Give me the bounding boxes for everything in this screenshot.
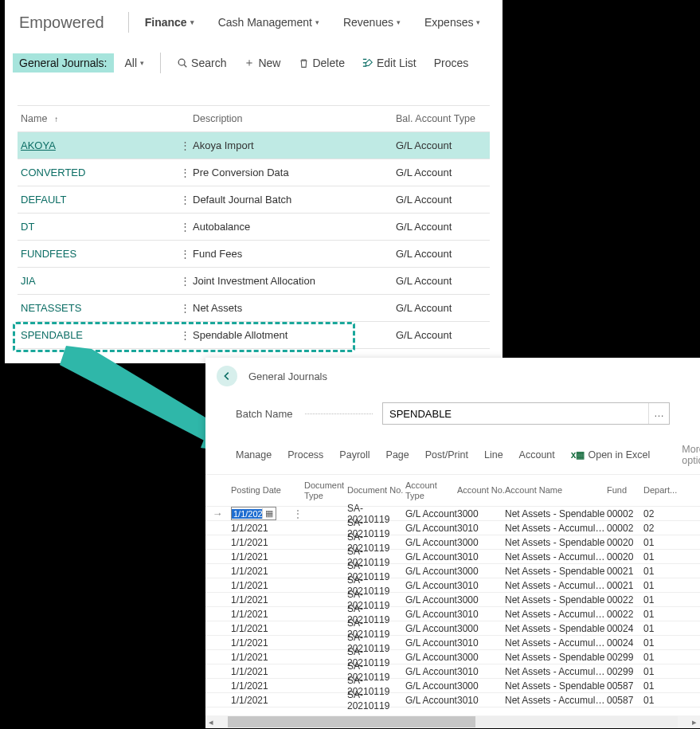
cell-account-type: G/L Account [405, 666, 457, 677]
col-header-posting-date[interactable]: Posting Date [229, 485, 291, 496]
journal-line-row[interactable]: 1/1/2021SA-20210119G/L Account3010Net As… [205, 578, 700, 593]
cell-account-no: 3010 [457, 637, 505, 649]
col-header-bal[interactable]: Bal. Account Type [396, 113, 490, 124]
journal-line-row[interactable]: 1/1/2021SA-20210119G/L Account3000Net As… [205, 650, 700, 664]
cell-posting-date: 1/1/2021 [229, 566, 291, 577]
row-menu-button[interactable]: ⋮ [177, 194, 193, 206]
cell-posting-date: 1/1/2021 [229, 609, 291, 620]
row-menu-button[interactable]: ⋮ [177, 167, 193, 178]
journal-line-row[interactable]: 1/1/2021SA-20210119G/L Account3000Net As… [205, 535, 700, 550]
col-header-document-no[interactable]: Document No. [347, 485, 405, 496]
tab-manage[interactable]: Manage [236, 449, 272, 461]
journals-list-panel: Empowered Finance▾Cash Management▾Revenu… [5, 0, 503, 363]
journal-row[interactable]: AKOYA⋮Akoya ImportG/L Account [18, 132, 490, 159]
journal-line-row[interactable]: 1/1/2021SA-20210119G/L Account3000Net As… [205, 621, 700, 636]
filter-all[interactable]: All ▾ [119, 53, 151, 73]
scroll-left-icon[interactable]: ◂ [205, 717, 217, 727]
row-menu-button[interactable]: ⋮ [177, 139, 193, 151]
scroll-thumb[interactable] [228, 716, 475, 727]
tab-page[interactable]: Page [386, 449, 409, 461]
row-menu-button[interactable]: ⋮ [177, 248, 193, 260]
col-header-description[interactable]: Description [193, 113, 396, 124]
nav-finance[interactable]: Finance▾ [142, 11, 197, 33]
cell-depart: 01 [643, 580, 675, 591]
cell-account-name: Net Assets - Accumulated E... [505, 609, 607, 620]
journal-line-row[interactable]: 1/1/2021SA-20210119G/L Account3010Net As… [205, 607, 700, 621]
col-header-account-no[interactable]: Account No. [457, 485, 505, 496]
col-header-fund[interactable]: Fund [607, 485, 643, 496]
row-menu-button[interactable]: ⋮ [177, 221, 193, 233]
journal-row[interactable]: DT⋮AutobalanceG/L Account [18, 214, 490, 241]
journal-line-row[interactable]: 1/1/2021SA-20210119G/L Account3010Net As… [205, 693, 700, 707]
open-in-excel-button[interactable]: x▦ Open in Excel [571, 449, 651, 461]
detail-tabs: Manage Process Payroll Page Post/Print L… [205, 436, 700, 475]
col-header-depart[interactable]: Depart... [643, 485, 675, 496]
posting-date-input[interactable]: 1/1/202▦ [231, 507, 276, 520]
journal-name-link[interactable]: FUNDFEES [21, 248, 76, 260]
row-menu-button[interactable]: ⋮ [177, 275, 193, 287]
cell-account-type: G/L Account [405, 609, 457, 620]
journal-name-link[interactable]: DEFAULT [21, 194, 67, 206]
editlist-label: Edit List [377, 57, 416, 69]
row-menu-button[interactable]: ⋮ [177, 329, 193, 341]
batch-name-input[interactable] [383, 408, 648, 420]
row-menu-button[interactable]: ⋮ [177, 302, 193, 314]
tab-payroll[interactable]: Payroll [339, 449, 370, 461]
search-label: Search [191, 57, 226, 69]
col-header-document-type[interactable]: Document Type [304, 480, 347, 500]
journal-row[interactable]: SPENDABLE⋮Spendable AllotmentG/L Account [18, 322, 490, 349]
cell-account-name: Net Assets - Accumulated E... [505, 666, 607, 677]
tab-process[interactable]: Process [287, 449, 323, 461]
cell-depart: 01 [643, 551, 675, 562]
scroll-track[interactable] [228, 716, 678, 727]
journal-line-row[interactable]: 1/1/2021SA-20210119G/L Account3010Net As… [205, 521, 700, 535]
journal-line-row[interactable]: 1/1/2021SA-20210119G/L Account3010Net As… [205, 636, 700, 650]
journal-line-row[interactable]: 1/1/2021SA-20210119G/L Account3000Net As… [205, 593, 700, 607]
search-button[interactable]: Search [170, 53, 233, 73]
journal-name-link[interactable]: JIA [21, 275, 36, 287]
journal-row[interactable]: NETASSETS⋮Net AssetsG/L Account [18, 295, 490, 322]
journal-row[interactable]: CONVERTED⋮Pre Conversion DataG/L Account [18, 159, 490, 186]
divider [160, 53, 161, 73]
delete-button[interactable]: Delete [291, 53, 350, 73]
nav-cash-management[interactable]: Cash Management▾ [215, 11, 323, 33]
journal-name-link[interactable]: SPENDABLE [21, 329, 83, 341]
horizontal-scrollbar[interactable]: ◂ ▸ [205, 715, 700, 728]
journal-name-link[interactable]: CONVERTED [21, 167, 85, 178]
row-menu-button[interactable]: ⋮ [291, 508, 304, 519]
journal-row[interactable]: JIA⋮Joint Investment AllocationG/L Accou… [18, 268, 490, 295]
new-button[interactable]: ＋ New [237, 53, 287, 73]
batch-lookup-button[interactable]: … [648, 403, 669, 424]
journal-name-link[interactable]: AKOYA [21, 139, 56, 151]
journal-row[interactable]: FUNDFEES⋮Fund FeesG/L Account [18, 241, 490, 268]
cell-posting-date: 1/1/2021 [229, 580, 291, 591]
excel-label: Open in Excel [588, 449, 650, 461]
editlist-button[interactable]: Edit List [356, 53, 423, 73]
tab-line[interactable]: Line [484, 449, 503, 461]
cell-posting-date: 1/1/2021 [229, 523, 291, 534]
more-options-button[interactable]: More options [682, 444, 700, 466]
back-button[interactable] [217, 366, 237, 386]
nav-expenses[interactable]: Expenses▾ [421, 11, 483, 33]
journal-name-link[interactable]: DT [21, 221, 34, 233]
tab-postprint[interactable]: Post/Print [425, 449, 468, 461]
journal-description: Net Assets [193, 302, 396, 314]
journal-line-row[interactable]: 1/1/2021SA-20210119G/L Account3000Net As… [205, 679, 700, 693]
col-header-account-type[interactable]: Account Type [405, 480, 457, 500]
journal-line-row[interactable]: 1/1/2021SA-20210119G/L Account3010Net As… [205, 550, 700, 564]
col-header-account-name[interactable]: Account Name [505, 485, 607, 496]
process-button[interactable]: Proces [428, 53, 475, 73]
journal-line-row[interactable]: 1/1/2021SA-20210119G/L Account3010Net As… [205, 664, 700, 679]
journal-row[interactable]: DEFAULT⋮Default Journal BatchG/L Account [18, 186, 490, 214]
calendar-icon[interactable]: ▦ [262, 508, 276, 519]
journal-line-row[interactable]: 1/1/2021SA-20210119G/L Account3000Net As… [205, 564, 700, 578]
journal-line-row[interactable]: →1/1/202▦⋮SA-20210119G/L Account3000Net … [205, 507, 700, 521]
cell-account-name: Net Assets - Spendable [505, 680, 607, 692]
journal-name-link[interactable]: NETASSETS [21, 302, 81, 314]
cell-account-no: 3010 [457, 551, 505, 562]
tab-account[interactable]: Account [519, 449, 555, 461]
nav-revenues[interactable]: Revenues▾ [340, 11, 404, 33]
col-header-name[interactable]: Name ↑ [18, 113, 177, 124]
cell-account-type: G/L Account [405, 637, 457, 649]
scroll-right-icon[interactable]: ▸ [689, 717, 700, 727]
